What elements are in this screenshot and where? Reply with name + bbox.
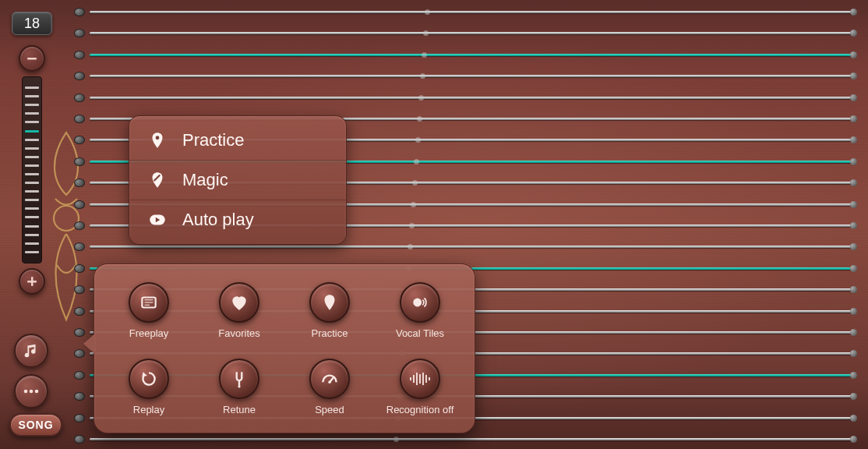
bridge-marker [393,437,399,442]
bridge-marker [412,180,418,186]
tuning-peg [74,435,85,444]
slider-tick [25,164,39,167]
tool-freeplay[interactable]: Freeplay [108,282,189,339]
end-pin [850,94,857,101]
minus-button[interactable] [19,45,45,72]
svg-point-4 [24,390,28,394]
tool-label: Replay [133,404,164,415]
string-wire [90,246,852,248]
guzheng-app: 18 SONG Practice Magic Auto play Freepla… [0,0,868,449]
string[interactable] [66,438,852,440]
tool-label: Retune [223,404,256,415]
svg-point-6 [35,390,39,394]
string-wire [90,97,852,99]
tuning-peg [74,242,85,251]
mode-item-auto-play[interactable]: Auto play [129,200,346,239]
end-pin [850,201,857,208]
end-pin [850,72,857,80]
tool-vocal-tiles[interactable]: Vocal Tiles [379,282,460,339]
svg-point-7 [156,136,160,140]
slider-tick [25,225,39,228]
end-pin [850,222,857,229]
slider-track[interactable] [22,76,42,263]
end-pin [850,308,857,315]
tool-label: Speed [315,404,344,415]
pick-wand-icon [146,169,168,191]
slider-tick [25,182,39,184]
string-wire [90,54,852,56]
tool-replay[interactable]: Replay [108,359,189,415]
tool-practice[interactable]: Practice [289,282,370,339]
heart-icon [219,282,259,323]
tool-label: Practice [312,327,348,339]
svg-rect-1 [27,58,37,60]
end-pin [850,158,857,165]
slider-tick [25,207,39,210]
slider-tick [25,199,39,201]
mode-item-practice[interactable]: Practice [129,121,346,160]
slider-tick [25,130,39,133]
end-pin [850,51,857,58]
string-counter[interactable]: 18 [12,12,52,35]
waveform-icon [400,359,440,399]
mode-menu: Practice Magic Auto play [129,115,347,245]
tuning-peg [74,307,85,316]
mode-item-label: Auto play [182,210,254,230]
pick-mic-icon [146,129,168,151]
plus-button[interactable] [19,268,45,295]
string[interactable] [66,246,852,248]
svg-point-16 [328,380,330,383]
string-slider[interactable] [14,45,50,295]
gauge-icon [309,359,350,399]
end-pin [850,136,857,143]
end-pin [850,329,857,336]
string[interactable] [66,11,852,13]
tuning-peg [74,72,85,80]
end-pin [850,243,857,250]
play-icon [146,209,168,231]
tool-panel: Freeplay Favorites Practice Vocal Tiles … [94,263,475,433]
tool-label: Freeplay [129,327,169,339]
end-pin [850,415,857,422]
string[interactable] [66,32,852,34]
bridge-marker [425,9,430,15]
tuning-peg [74,200,85,209]
bridge-marker [422,52,427,58]
slider-tick [25,87,39,89]
tuning-peg [74,371,85,380]
svg-point-5 [30,390,34,394]
end-pin [850,9,857,16]
tool-recognition-off[interactable]: Recognition off [379,359,460,415]
tool-retune[interactable]: Retune [199,359,280,415]
tuning-peg [74,29,85,37]
tuning-peg [74,115,85,123]
more-button[interactable] [14,374,48,408]
tool-favorites[interactable]: Favorites [199,282,280,339]
string-wire [90,75,852,77]
end-pin [850,30,857,37]
string[interactable] [66,75,852,77]
tuning-peg [74,285,85,294]
end-pin [850,436,857,443]
string-green[interactable] [66,54,852,56]
tool-label: Recognition off [386,404,454,415]
string-wire [90,438,852,440]
song-button[interactable]: SONG [9,413,62,437]
tool-label: Favorites [218,327,259,339]
bridge-marker [409,223,415,228]
svg-rect-3 [31,277,34,286]
bridge-marker [418,95,424,101]
mode-item-magic[interactable]: Magic [129,160,346,200]
bridge-marker [414,159,419,164]
svg-point-14 [238,385,240,387]
string-wire [90,32,852,34]
tool-speed[interactable]: Speed [289,359,370,415]
bridge-marker [408,244,413,249]
string[interactable] [66,97,852,99]
tool-label: Vocal Tiles [396,327,444,339]
replay-icon [129,359,169,399]
tuning-peg [74,94,85,102]
slider-tick [25,112,39,115]
music-button[interactable] [14,334,48,368]
tuning-peg [74,221,85,230]
